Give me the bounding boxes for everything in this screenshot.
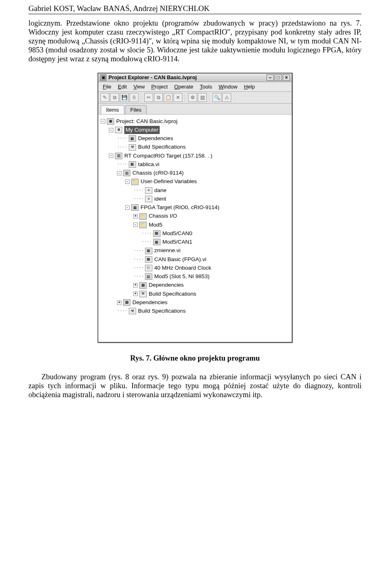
channel-icon: ▦ [153, 239, 160, 245]
toolbar-new-icon[interactable]: ✎ [100, 93, 109, 102]
tree-chassis[interactable]: Chassis (cRIO-9114) [132, 169, 184, 177]
channel-icon: ▦ [153, 230, 160, 237]
project-tree: -▣Project: CAN Basic.lvproj -🖥My Compute… [98, 115, 292, 342]
target-icon: ▥ [115, 153, 122, 159]
figure-caption: Rys. 7. Główne okno projektu programu [28, 354, 362, 363]
tree-mod5-slot[interactable]: Mod5 (Slot 5, NI 9853) [154, 272, 210, 281]
toolbar-separator-icon [185, 93, 186, 102]
tree-clock[interactable]: 40 MHz Onboard Clock [154, 264, 211, 272]
toolbar-filter-icon[interactable]: ▤ [198, 93, 207, 102]
toolbar-paste-icon[interactable]: 📋 [164, 93, 173, 102]
menu-help[interactable]: Help [242, 83, 257, 90]
toolbar-separator-icon [209, 93, 210, 102]
toolbar-settings-icon[interactable]: ⚙ [188, 93, 197, 102]
build-icon: ⚒ [129, 144, 136, 151]
folder-icon: ▦ [129, 135, 136, 142]
variable-icon: ≡ [145, 196, 152, 202]
tree-build-spec[interactable]: Build Specifications [149, 290, 196, 298]
menu-edit[interactable]: Edit [116, 83, 129, 90]
screenshot-figure: ▣ Project Explorer - CAN Basic.lvproj – … [28, 73, 362, 343]
module-icon: ▥ [145, 273, 152, 280]
maximize-button[interactable]: □ [275, 74, 282, 81]
folder-icon: 📁 [139, 213, 147, 220]
project-explorer-window: ▣ Project Explorer - CAN Basic.lvproj – … [98, 73, 292, 343]
tree-mod5-can1[interactable]: Mod5/CAN1 [162, 238, 193, 246]
menu-window[interactable]: Window [217, 83, 239, 90]
collapse-icon[interactable]: - [101, 119, 105, 123]
collapse-icon[interactable]: - [125, 179, 130, 184]
window-titlebar: ▣ Project Explorer - CAN Basic.lvproj – … [98, 74, 292, 82]
tree-dependencies[interactable]: Dependencies [138, 134, 173, 143]
chassis-icon: ▥ [123, 170, 130, 176]
computer-icon: 🖥 [115, 127, 122, 133]
build-icon: ⚒ [139, 291, 147, 297]
tree-dependencies[interactable]: Dependencies [132, 298, 167, 307]
tree-my-computer[interactable]: My Computer [124, 126, 160, 134]
menu-view[interactable]: View [131, 83, 147, 90]
tab-files[interactable]: Files [125, 105, 147, 114]
folder-icon: 📁 [131, 179, 139, 185]
tab-bar: Items Files [98, 104, 292, 115]
folder-icon: ▦ [139, 282, 147, 289]
vi-icon: ▦ [129, 161, 136, 168]
tree-chassis-io[interactable]: Chassis I/O [149, 212, 177, 220]
tree-zmienne-vi[interactable]: zmienne.vi [154, 246, 181, 255]
toolbar-warning-icon[interactable]: ⚠ [222, 93, 231, 102]
minimize-button[interactable]: – [266, 74, 274, 81]
paragraph-2: Zbudowany program (rys. 8 oraz rys. 9) p… [28, 373, 362, 399]
vi-icon: ▦ [145, 248, 152, 254]
expand-icon[interactable]: + [133, 292, 138, 296]
tree-user-vars[interactable]: User-Defined Variables [141, 177, 197, 186]
tree-rt-target[interactable]: RT CompactRIO Target (157.158. . ) [124, 152, 212, 160]
fpga-icon: ▦ [131, 204, 139, 211]
author-header: Gabriel KOST, Wacław BANAŚ, Andrzej NIER… [28, 4, 362, 13]
menu-tools[interactable]: Tools [198, 83, 214, 90]
tree-dependencies[interactable]: Dependencies [149, 281, 184, 289]
collapse-icon[interactable]: - [125, 205, 130, 210]
tree-mod5[interactable]: Mod5 [149, 221, 162, 229]
tree-mod5-can0[interactable]: Mod5/CAN0 [162, 229, 193, 238]
menu-operate[interactable]: Operate [172, 83, 195, 90]
menu-bar: File Edit View Project Operate Tools Win… [98, 82, 292, 92]
tab-items[interactable]: Items [101, 105, 124, 114]
toolbar-copy-icon[interactable]: ⧉ [154, 93, 163, 102]
vi-icon: ▦ [145, 256, 152, 263]
folder-icon: 📁 [139, 222, 147, 228]
collapse-icon[interactable]: - [133, 223, 138, 227]
tree-var-dane[interactable]: dane [154, 186, 167, 195]
close-button[interactable]: × [283, 74, 290, 81]
expand-icon[interactable]: + [117, 300, 121, 305]
tree-var-ident[interactable]: ident [154, 195, 166, 203]
app-icon: ▣ [100, 74, 106, 81]
collapse-icon[interactable]: - [109, 153, 113, 158]
tree-build-spec[interactable]: Build Specifications [138, 143, 186, 151]
toolbar-open-icon[interactable]: ⧉ [110, 93, 119, 102]
toolbar-search-icon[interactable]: 🔍 [212, 93, 221, 102]
folder-icon: ▦ [123, 299, 130, 306]
tree-canbasic-vi[interactable]: CAN Basic (FPGA).vi [154, 255, 206, 264]
tree-project[interactable]: Project: CAN Basic.lvproj [116, 117, 178, 125]
toolbar-delete-icon[interactable]: ✕ [173, 93, 182, 102]
toolbar-separator-icon [141, 93, 142, 102]
tree-tablica-vi[interactable]: tablica.vi [138, 160, 160, 169]
toolbar-saveall-icon[interactable]: ⎘ [130, 93, 139, 102]
header-divider [28, 14, 362, 14]
menu-project[interactable]: Project [149, 83, 169, 90]
clock-icon: ⏲ [145, 265, 152, 271]
menu-file[interactable]: File [101, 83, 113, 90]
toolbar: ✎ ⧉ 💾 ⎘ ✂ ⧉ 📋 ✕ ⚙ ▤ 🔍 ⚠ [98, 92, 292, 104]
build-icon: ⚒ [129, 308, 136, 314]
window-title: Project Explorer - CAN Basic.lvproj [108, 74, 266, 80]
paragraph-1: logicznym. Przedstawione okno projektu (… [28, 19, 362, 63]
collapse-icon[interactable]: - [117, 171, 121, 175]
collapse-icon[interactable]: - [109, 128, 113, 132]
toolbar-cut-icon[interactable]: ✂ [144, 93, 153, 102]
expand-icon[interactable]: + [133, 283, 138, 288]
tree-fpga-target[interactable]: FPGA Target (RIO0, cRIO-9114) [141, 203, 219, 212]
expand-icon[interactable]: + [133, 214, 138, 218]
tree-build-spec[interactable]: Build Specifications [138, 307, 186, 315]
project-icon: ▣ [107, 118, 114, 125]
variable-icon: ≡ [145, 187, 152, 194]
toolbar-save-icon[interactable]: 💾 [120, 93, 129, 102]
